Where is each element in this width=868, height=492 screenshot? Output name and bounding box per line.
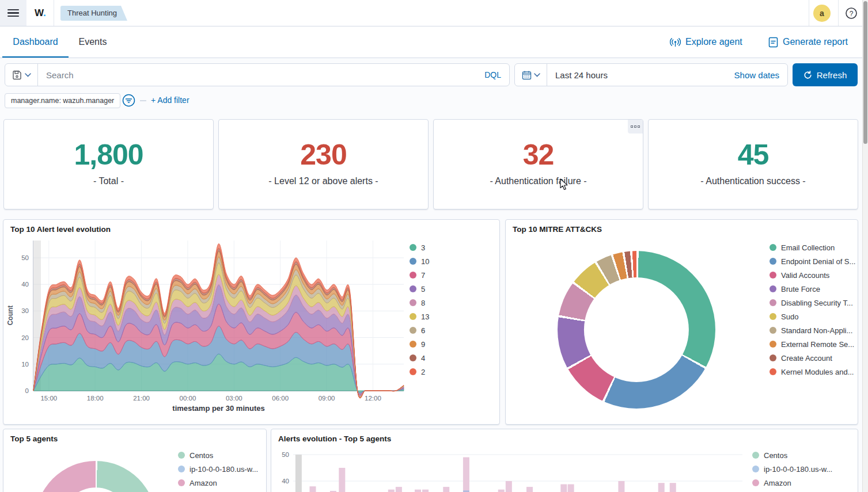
legend-item[interactable]: 2 [410,365,429,379]
breadcrumb[interactable]: Threat Hunting [60,6,127,21]
explore-agent-button[interactable]: Explore agent [670,26,742,58]
legend-dot-icon [410,285,416,292]
legend-dot-icon [752,452,759,459]
panel-mitre-attacks: Top 10 MITRE ATT&CKS Email CollectionEnd… [505,219,858,425]
legend-item[interactable]: 4 [410,351,429,365]
scrollbar-track[interactable] [862,0,868,492]
panel-options-button[interactable] [628,120,643,134]
legend-dot-icon [770,354,776,361]
menu-button[interactable] [0,0,26,26]
legend-item[interactable]: ip-10-0-0-180.us-w... [178,462,258,476]
legend-item[interactable]: Amazon [752,476,832,490]
legend-dot-icon [178,479,185,486]
legend-label: Endpoint Denial of S... [781,257,855,266]
time-range-value[interactable]: Last 24 hours [547,70,726,80]
svg-text:timestamp per 30 minutes: timestamp per 30 minutes [172,404,264,413]
legend-item[interactable]: 9 [410,337,429,351]
legend-item[interactable]: 13 [410,310,429,323]
legend-item[interactable]: ip-10-0-0-180.us-w... [752,462,832,476]
tab-events[interactable]: Events [75,26,110,58]
search-input[interactable] [38,70,476,80]
search-bar: DQL [5,63,510,86]
legend-dot-icon [770,341,776,348]
calendar-icon [522,70,532,80]
legend-item[interactable]: External Remote Se... [770,337,855,351]
legend-item[interactable]: Centos [752,448,832,462]
chevron-down-icon [25,73,31,77]
filter-options-icon[interactable] [122,94,135,107]
module-nav: Dashboard Events Explore agent Generate … [0,26,868,58]
alerts-evolution-legend: Centosip-10-0-0-180.us-w...Amazon [752,448,832,490]
refresh-button[interactable]: Refresh [793,63,858,86]
tab-dashboard[interactable]: Dashboard [2,26,69,58]
legend-dot-icon [178,452,185,459]
svg-text:21:00: 21:00 [133,395,150,402]
legend-item[interactable]: Kernel Modules and... [770,365,855,379]
legend-item[interactable]: 10 [410,254,429,268]
legend-item[interactable]: 7 [410,268,429,282]
header-divider [809,0,809,26]
top5-agents-donut-chart[interactable] [35,461,156,492]
stat-label: - Authentication failure - [434,176,643,186]
area-chart-legend: 310758136942 [410,241,429,379]
legend-dot-icon [770,327,776,334]
top-bar: W. Threat Hunting a ? [0,0,868,26]
legend-item[interactable]: Sudo [770,310,855,323]
legend-label: 9 [421,340,425,349]
add-filter-button[interactable]: + Add filter [151,96,189,105]
tab-dashboard-label: Dashboard [13,37,58,47]
panel-alerts-evolution-agents: Alerts evolution - Top 5 agents 4050 Cen… [271,429,858,492]
legend-item[interactable]: 8 [410,296,429,310]
saved-queries-button[interactable] [5,64,38,86]
stat-card-total: 1,800 - Total - [3,119,214,209]
question-circle-icon: ? [845,7,858,20]
refresh-icon [803,71,812,79]
legend-item[interactable]: Disabling Security T... [770,296,855,310]
app-logo[interactable]: W. [35,0,46,26]
legend-item[interactable]: Brute Force [770,282,855,296]
legend-item[interactable]: Centos [178,448,258,462]
svg-text:15:00: 15:00 [40,395,57,402]
panel-title: Top 10 MITRE ATT&CKS [513,225,602,234]
legend-item[interactable]: Endpoint Denial of S... [770,254,855,268]
mitre-donut-chart[interactable] [558,251,715,409]
date-quick-select-button[interactable] [515,64,547,86]
legend-label: 8 [421,299,425,307]
avatar[interactable]: a [813,5,831,22]
legend-item[interactable]: Amazon [178,476,258,490]
svg-text:?: ? [850,10,854,18]
legend-item[interactable]: 3 [410,241,429,254]
query-language-button[interactable]: DQL [476,70,509,79]
legend-item[interactable]: 6 [410,323,429,337]
scrollbar-thumb[interactable] [863,1,867,144]
legend-item[interactable]: Create Account [770,351,855,365]
help-button[interactable]: ? [845,7,858,20]
panel-alert-level-evolution: Top 10 Alert level evolution 01020304050… [3,219,500,425]
stat-label: - Total - [4,176,213,186]
top5-agents-legend: Centosip-10-0-0-180.us-w...Amazon [178,448,258,490]
legend-label: Email Collection [781,243,835,252]
legend-dot-icon [770,313,776,320]
svg-text:20: 20 [21,334,29,341]
legend-dot-icon [410,258,416,265]
chevron-down-icon [534,73,540,77]
legend-item[interactable]: Email Collection [770,241,855,254]
stat-card-auth-success: 45 - Authentication success - [648,119,858,209]
svg-text:00:00: 00:00 [180,395,196,402]
legend-item[interactable]: Valid Accounts [770,268,855,282]
svg-text:50: 50 [21,254,29,261]
save-icon [12,70,22,80]
legend-item[interactable]: Standard Non-Appli... [770,323,855,337]
legend-item[interactable]: 5 [410,282,429,296]
show-dates-button[interactable]: Show dates [726,70,787,80]
legend-label: 13 [421,312,429,321]
date-picker: Last 24 hours Show dates [514,63,788,86]
generate-report-button[interactable]: Generate report [768,26,848,58]
tab-events-label: Events [79,37,107,47]
svg-text:09:00: 09:00 [319,395,335,402]
svg-text:40: 40 [21,281,29,288]
stat-card-level12: 230 - Level 12 or above alerts - [218,119,429,209]
stat-value: 230 [219,138,428,171]
filter-pill-manager-name[interactable]: manager.name: wazuh.manager [5,93,120,108]
legend-label: 7 [421,271,425,280]
